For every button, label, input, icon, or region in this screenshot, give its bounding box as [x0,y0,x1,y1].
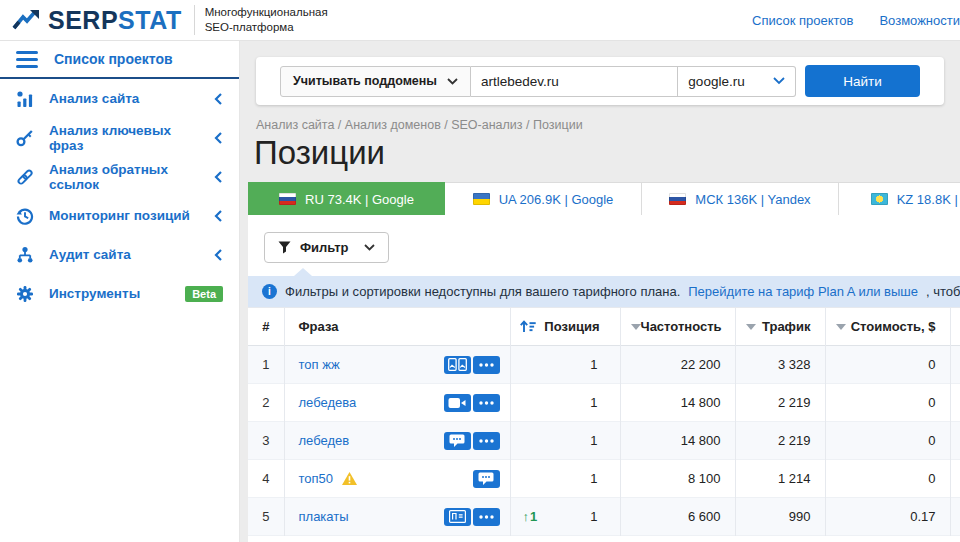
more-actions-icon[interactable] [473,356,500,374]
sitemap-icon [16,246,34,264]
serpstat-logo-icon [12,8,42,32]
upgrade-plan-link[interactable]: Перейдите на тариф Plan A или выше [688,284,918,299]
logo-text: SERPSTAT [48,6,182,35]
chevron-left-icon [213,92,223,106]
sidebar-item-label: Список проектов [54,51,173,67]
serp-adv-card-icon[interactable] [444,508,471,526]
tab-ru-google[interactable]: RU 73.4K | Google [248,182,445,215]
banner-text: Фильтры и сортировки недоступны для ваше… [285,284,680,299]
table-row: 5 плакаты [248,498,960,536]
tab-kz-google[interactable]: KZ 18.8K | Google [839,182,960,215]
chevron-left-icon [213,131,223,145]
phrase-link[interactable]: лебедева [299,395,357,410]
breadcrumb: Анализ сайта / Анализ доменов / SEO-анал… [256,118,960,132]
chevron-down-icon [364,244,375,251]
sidebar-item-label: Анализ ключевых фраз [49,123,198,153]
search-engine-value: google.ru [688,74,744,89]
banner-arrow [294,268,312,276]
search-button[interactable]: Найти [805,65,920,97]
funnel-icon [278,241,291,254]
chevron-down-icon [773,77,785,85]
table-row: 4 топ50 1 8 100 [248,460,960,498]
serp-snippet-icon[interactable] [444,432,471,450]
phrase-link[interactable]: топ жж [299,357,340,372]
column-header-volume[interactable]: Частотность [621,308,735,345]
tab-label: RU 73.4K | Google [305,192,414,207]
logo-tagline: Многофункциональная SEO-платформа [205,5,328,35]
sidebar-item-rank-monitoring[interactable]: Мониторинг позиций [0,196,239,235]
sidebar-item-tools[interactable]: Инструменты Beta [0,274,239,313]
gear-icon [16,285,34,303]
filter-button-label: Фильтр [300,240,349,255]
serp-video-icon[interactable] [444,394,471,412]
phrase-link[interactable]: топ50 [299,471,334,486]
logo-divider [194,5,195,35]
tab-ua-google[interactable]: UA 206.9K | Google [445,182,642,215]
sidebar-item-label: Аудит сайта [49,247,131,262]
more-actions-icon[interactable] [473,508,500,526]
hamburger-icon [16,51,38,68]
domain-search-input[interactable] [471,66,678,97]
position-value: 1 [590,433,597,448]
position-value: 1 [590,509,597,524]
flag-ua-icon [473,193,490,205]
site-analysis-icon [16,90,34,108]
topbar-link-features[interactable]: Возможности [879,13,960,28]
position-value: 1 [590,357,597,372]
page-title: Позиции [254,134,960,172]
sidebar: Список проектов Анализ сайта [0,41,240,542]
subdomains-dropdown-label: Учитывать поддомены [293,74,437,88]
info-icon: i [262,284,277,299]
sidebar-item-label: Мониторинг позиций [49,208,190,223]
sidebar-item-label: Инструменты [49,286,140,301]
more-actions-icon[interactable] [473,432,500,450]
column-header-position[interactable]: Позиция [511,308,620,345]
sort-triangle-icon [836,324,846,330]
search-card: Учитывать поддомены google.ru Найти [256,57,944,105]
sidebar-item-site-audit[interactable]: Аудит сайта [0,235,239,274]
tab-msk-yandex[interactable]: МСК 136K | Yandex [642,182,839,215]
plan-limit-banner: i Фильтры и сортировки недоступны для ва… [248,276,960,307]
chevron-left-icon [213,248,223,262]
sidebar-item-site-analysis[interactable]: Анализ сайта [0,79,239,118]
flag-ru-icon [279,193,296,205]
warning-icon[interactable] [342,472,357,485]
table-header-row: # Фраза [248,308,960,346]
position-change: ↑1 [523,509,538,524]
column-header-cost[interactable]: Стоимость, $ [826,308,950,345]
main-content: Учитывать поддомены google.ru Найти Анал… [240,41,960,542]
more-actions-icon[interactable] [473,394,500,412]
history-icon [16,207,34,225]
serp-images-icon[interactable] [444,356,471,374]
phrase-link[interactable]: лебедев [299,433,350,448]
sort-ascending-icon [520,320,536,333]
tab-label: МСК 136K | Yandex [695,192,810,207]
serpstat-logo[interactable]: SERPSTAT [12,6,182,35]
position-value: 1 [590,471,597,486]
flag-ru-icon [669,193,686,205]
position-up-icon: ↑ [523,509,530,524]
serp-snippet-icon[interactable] [473,470,500,488]
content-panel: Фильтр i Фильтры и сортировки недоступны… [248,215,960,542]
chevron-left-icon [213,170,223,184]
topbar-link-projects[interactable]: Список проектов [752,13,853,28]
banner-text: , чтобы получить д [926,284,960,299]
positions-table: # Фраза [248,307,960,536]
link-icon [16,168,34,186]
tab-label: KZ 18.8K | Google [897,192,960,207]
subdomains-dropdown[interactable]: Учитывать поддомены [280,66,471,97]
tab-label: UA 206.9K | Google [499,192,614,207]
column-header-traffic[interactable]: Трафик [736,308,825,345]
chevron-left-icon [213,209,223,223]
sidebar-item-backlink-analysis[interactable]: Анализ обратных ссылок [0,157,239,196]
table-row: 3 лебедев 1 1 [248,422,960,460]
table-row: 2 лебедева 1 [248,384,960,422]
top-bar: SERPSTAT Многофункциональная SEO-платфор… [0,0,960,41]
sidebar-item-label: Анализ обратных ссылок [49,162,198,192]
position-value: 1 [590,395,597,410]
search-engine-select[interactable]: google.ru [678,66,796,97]
phrase-link[interactable]: плакаты [299,509,349,524]
sidebar-item-projects-list[interactable]: Список проектов [0,41,239,79]
filter-button[interactable]: Фильтр [264,232,389,263]
sidebar-item-keyword-analysis[interactable]: Анализ ключевых фраз [0,118,239,157]
